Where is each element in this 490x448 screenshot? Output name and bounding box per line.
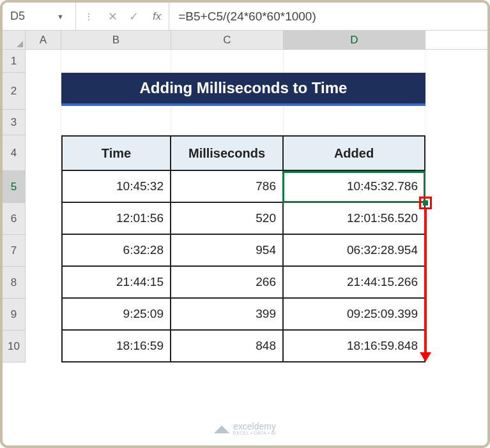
header-milliseconds[interactable]: Milliseconds — [171, 135, 284, 171]
watermark-tag: EXCEL • DATA • BI — [233, 431, 277, 435]
cell[interactable] — [284, 50, 425, 73]
cell-ms[interactable]: 520 — [171, 203, 284, 235]
cell[interactable] — [26, 171, 61, 203]
cell-ms[interactable]: 266 — [171, 267, 284, 299]
cell-ms[interactable]: 848 — [171, 331, 284, 362]
cell[interactable] — [61, 110, 171, 135]
cell[interactable] — [26, 203, 61, 235]
row-header[interactable]: 10 — [3, 331, 26, 362]
fill-handle[interactable] — [419, 197, 432, 209]
row-header[interactable]: 1 — [3, 50, 26, 73]
watermark-icon: ◢◣ — [214, 422, 229, 435]
cell[interactable] — [26, 235, 61, 267]
table-row: 12:01:56 520 12:01:56.520 — [61, 203, 425, 235]
cell-time[interactable]: 21:44:15 — [61, 267, 171, 299]
row-header[interactable]: 9 — [3, 299, 26, 331]
col-header-d[interactable]: D — [284, 31, 425, 49]
header-time[interactable]: Time — [61, 135, 171, 171]
accept-icon[interactable]: ✓ — [129, 10, 139, 24]
table-row: 18:16:59 848 18:16:59.848 — [61, 331, 425, 362]
table-header-row: Time Milliseconds Added — [61, 135, 425, 171]
cell-time[interactable]: 9:25:09 — [61, 299, 171, 331]
cell-added[interactable]: 10:45:32.786 — [284, 171, 425, 203]
cell[interactable] — [171, 110, 284, 135]
header-added[interactable]: Added — [284, 135, 425, 171]
cell[interactable] — [26, 299, 61, 331]
cell-added[interactable]: 12:01:56.520 — [284, 203, 425, 235]
cell-time[interactable]: 12:01:56 — [61, 203, 171, 235]
row-header[interactable]: 7 — [3, 235, 26, 267]
cell-time[interactable]: 10:45:32 — [61, 171, 171, 203]
cell[interactable] — [26, 331, 61, 362]
row-header[interactable]: 8 — [3, 267, 26, 299]
cell[interactable] — [171, 50, 284, 73]
divider-icon: ⋮ — [76, 3, 102, 30]
cell-ms[interactable]: 786 — [171, 171, 284, 203]
chevron-down-icon[interactable]: ▼ — [57, 13, 64, 20]
cell-added[interactable]: 06:32:28.954 — [284, 235, 425, 267]
cell[interactable] — [26, 50, 61, 73]
cell-added[interactable]: 09:25:09.399 — [284, 299, 425, 331]
row-header[interactable]: 2 — [3, 73, 26, 110]
cell[interactable] — [284, 110, 425, 135]
table-row: 10:45:32 786 10:45:32.786 — [61, 171, 425, 203]
formula-bar-icons: ✕ ✓ — [102, 3, 145, 30]
row-header[interactable]: 5 — [3, 171, 26, 203]
table-row: 6:32:28 954 06:32:28.954 — [61, 235, 425, 267]
grid-rows: 1 2 3 4 5 6 7 8 9 10 Adding Milliseconds… — [3, 50, 487, 362]
row-header[interactable]: 6 — [3, 203, 26, 235]
col-header-c[interactable]: C — [171, 31, 284, 49]
table-row: 21:44:15 266 21:44:15.266 — [61, 267, 425, 299]
cell[interactable] — [26, 135, 61, 171]
row-header[interactable]: 3 — [3, 110, 26, 135]
cell[interactable] — [26, 267, 61, 299]
col-header-b[interactable]: B — [61, 31, 171, 49]
fx-label[interactable]: fx — [145, 3, 169, 30]
formula-input[interactable]: =B5+C5/(24*60*60*1000) — [169, 3, 487, 30]
watermark-brand: exceldemy — [233, 422, 276, 431]
table-row: 9:25:09 399 09:25:09.399 — [61, 299, 425, 331]
column-headers: A B C D — [3, 31, 487, 50]
cancel-icon[interactable]: ✕ — [108, 10, 118, 24]
cell-ms[interactable]: 399 — [171, 299, 284, 331]
select-all-corner[interactable] — [3, 31, 26, 49]
cell-added[interactable]: 18:16:59.848 — [284, 331, 425, 362]
name-box[interactable]: D5 ▼ — [3, 3, 76, 30]
page-title: Adding Milliseconds to Time — [61, 73, 425, 106]
cell[interactable] — [26, 110, 61, 135]
cell-time[interactable]: 18:16:59 — [61, 331, 171, 362]
cell-added[interactable]: 21:44:15.266 — [284, 267, 425, 299]
formula-bar: D5 ▼ ⋮ ✕ ✓ fx =B5+C5/(24*60*60*1000) — [3, 3, 487, 31]
watermark: ◢◣ exceldemy EXCEL • DATA • BI — [214, 422, 277, 435]
cell-time[interactable]: 6:32:28 — [61, 235, 171, 267]
data-table: Time Milliseconds Added 10:45:32 786 10:… — [61, 135, 425, 362]
cell-ms[interactable]: 954 — [171, 235, 284, 267]
drag-arrow-icon — [424, 209, 427, 353]
col-header-a[interactable]: A — [26, 31, 61, 49]
row-header[interactable]: 4 — [3, 135, 26, 171]
spreadsheet-grid: A B C D 1 2 3 4 5 6 7 8 9 10 Adding Mill… — [3, 31, 487, 362]
cell[interactable] — [26, 73, 61, 110]
cell[interactable] — [61, 50, 171, 73]
name-box-value: D5 — [10, 10, 25, 23]
